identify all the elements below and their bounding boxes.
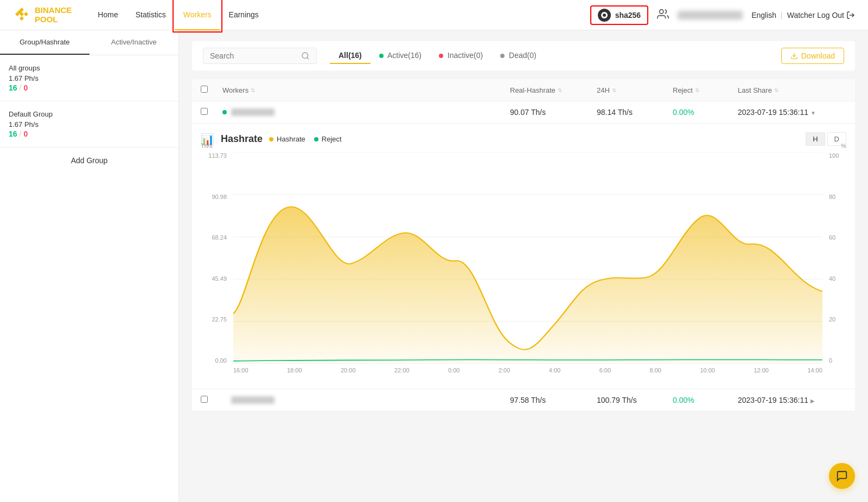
table-header: Workers ⇅ Real-Hashrate ⇅ 24H ⇅ Reject ⇅… — [192, 79, 855, 101]
y-left-1: 90.98 — [212, 194, 227, 200]
chart-area: Th/s % 113.73 90.98 68.24 45.49 22.75 0.… — [201, 152, 846, 380]
last-share-sort-icon[interactable]: ⇅ — [774, 87, 778, 93]
filter-tabs: All(16) Active(16) Inactive(0) Dead(0) — [330, 48, 545, 64]
table-row[interactable]: 97.58 Th/s 100.79 Th/s 0.00% 2023-07-19 … — [192, 389, 855, 411]
search-input[interactable] — [210, 52, 297, 60]
filter-tab-inactive[interactable]: Inactive(0) — [430, 48, 492, 64]
users-icon[interactable] — [657, 8, 669, 22]
y-labels-left: 113.73 90.98 68.24 45.49 22.75 0.00 — [201, 152, 231, 364]
y-unit-left: Th/s — [201, 143, 212, 149]
sidebar-tab-active-inactive[interactable]: Active/Inactive — [90, 30, 179, 55]
logo[interactable]: BINANCE POOL — [13, 6, 72, 24]
select-all-checkbox[interactable] — [201, 86, 208, 93]
svg-marker-5 — [20, 16, 24, 21]
workers-sort-icon[interactable]: ⇅ — [251, 87, 255, 93]
filter-tab-dead[interactable]: Dead(0) — [492, 48, 545, 64]
row1-expand-icon[interactable]: ▼ — [810, 110, 816, 116]
svg-point-10 — [302, 53, 308, 59]
col-real-hashrate: Real-Hashrate ⇅ — [510, 86, 597, 94]
header-checkbox-cell — [201, 86, 222, 94]
svg-line-11 — [307, 57, 309, 59]
sidebar-group-default[interactable]: Default Group 1.67 Ph/s 16 / 0 — [0, 101, 178, 147]
y-right-3: 40 — [829, 275, 835, 282]
table-row[interactable]: 90.07 Th/s 98.14 Th/s 0.00% 2023-07-19 1… — [192, 101, 855, 124]
add-group-button[interactable]: Add Group — [0, 147, 178, 173]
col-reject: Reject ⇅ — [673, 86, 738, 94]
row2-expand-icon[interactable]: ▶ — [810, 398, 815, 404]
main-nav: Home Statistics Workers Earnings — [89, 0, 267, 30]
logo-text: BINANCE POOL — [35, 6, 72, 24]
dead-dot — [500, 54, 505, 58]
hashrate-legend-dot — [269, 137, 273, 141]
x-label-3: 22:00 — [394, 367, 410, 380]
y-left-5: 0.00 — [215, 357, 227, 364]
chat-button[interactable] — [829, 463, 855, 489]
all-groups-label: All groups — [9, 64, 170, 72]
row2-checkbox-cell — [201, 396, 222, 404]
default-group-hashrate: 1.67 Ph/s — [9, 120, 170, 128]
nav-home[interactable]: Home — [89, 0, 126, 30]
header-right: sha256 English | Watcher Log Out — [590, 5, 855, 25]
search-icon — [301, 52, 310, 60]
row2-reject: 0.00% — [673, 396, 738, 404]
y-right-5: 0 — [829, 357, 832, 364]
logout-button[interactable]: Watcher Log Out — [787, 11, 855, 20]
language-label[interactable]: English — [751, 11, 776, 20]
x-label-1: 18:00 — [287, 367, 302, 380]
default-group-label: Default Group — [9, 110, 170, 118]
legend-reject: Reject — [314, 135, 342, 143]
download-button[interactable]: Download — [781, 48, 844, 64]
default-group-stats: 16 / 0 — [9, 130, 170, 138]
circle-icon — [601, 11, 608, 19]
y-left-2: 68.24 — [212, 234, 227, 241]
search-box — [203, 48, 317, 64]
y-unit-right: % — [841, 143, 846, 149]
x-label-7: 6:00 — [599, 367, 611, 380]
all-groups-active: 16 — [9, 83, 17, 92]
sidebar-tab-group-hashrate[interactable]: Group/Hashrate — [0, 30, 90, 55]
sidebar-tabs: Group/Hashrate Active/Inactive — [0, 30, 178, 55]
nav-earnings[interactable]: Earnings — [220, 0, 267, 30]
row1-hashrate: 90.07 Th/s — [510, 108, 597, 117]
language-section: English | Watcher Log Out — [751, 11, 855, 20]
x-label-0: 16:00 — [233, 367, 248, 380]
hashrate-sort-icon[interactable]: ⇅ — [558, 87, 562, 93]
row2-hashrate: 97.58 Th/s — [510, 396, 597, 404]
content-area: All(16) Active(16) Inactive(0) Dead(0) — [179, 30, 868, 502]
row1-24h: 98.14 Th/s — [597, 108, 673, 117]
y-right-2: 60 — [829, 234, 835, 241]
y-right-1: 80 — [829, 194, 835, 200]
row2-worker-name — [222, 396, 510, 404]
default-group-inactive: 0 — [23, 130, 28, 138]
x-label-11: 14:00 — [807, 367, 822, 380]
filter-tab-all[interactable]: All(16) — [330, 48, 371, 64]
x-label-8: 8:00 — [650, 367, 661, 380]
x-label-4: 0:00 — [448, 367, 459, 380]
row1-checkbox[interactable] — [201, 108, 208, 115]
svg-point-8 — [660, 10, 663, 14]
all-groups-stats: 16 / 0 — [9, 83, 170, 92]
inactive-dot — [439, 54, 443, 58]
time-btn-h[interactable]: H — [806, 132, 825, 146]
24h-sort-icon[interactable]: ⇅ — [612, 87, 616, 93]
algo-badge[interactable]: sha256 — [590, 5, 648, 25]
chart-svg-container — [233, 152, 822, 364]
row1-reject: 0.00% — [673, 108, 738, 117]
y-labels-right: 100 80 60 40 20 0 — [825, 152, 846, 364]
y-left-0: 113.73 — [208, 152, 227, 159]
chart-svg — [233, 152, 822, 364]
reject-sort-icon[interactable]: ⇅ — [695, 87, 699, 93]
x-label-10: 12:00 — [754, 367, 769, 380]
col-workers: Workers ⇅ — [222, 86, 510, 94]
filter-bar: All(16) Active(16) Inactive(0) Dead(0) — [192, 41, 855, 70]
row1-checkbox-cell — [201, 108, 222, 117]
nav-statistics[interactable]: Statistics — [127, 0, 175, 30]
row2-checkbox[interactable] — [201, 396, 208, 403]
nav-workers[interactable]: Workers — [175, 0, 220, 30]
chat-icon — [836, 470, 848, 482]
algo-icon — [598, 9, 611, 22]
y-left-4: 22.75 — [212, 316, 227, 323]
sidebar-group-all[interactable]: All groups 1.67 Ph/s 16 / 0 — [0, 55, 178, 101]
all-groups-hashrate: 1.67 Ph/s — [9, 74, 170, 82]
filter-tab-active[interactable]: Active(16) — [371, 48, 430, 64]
